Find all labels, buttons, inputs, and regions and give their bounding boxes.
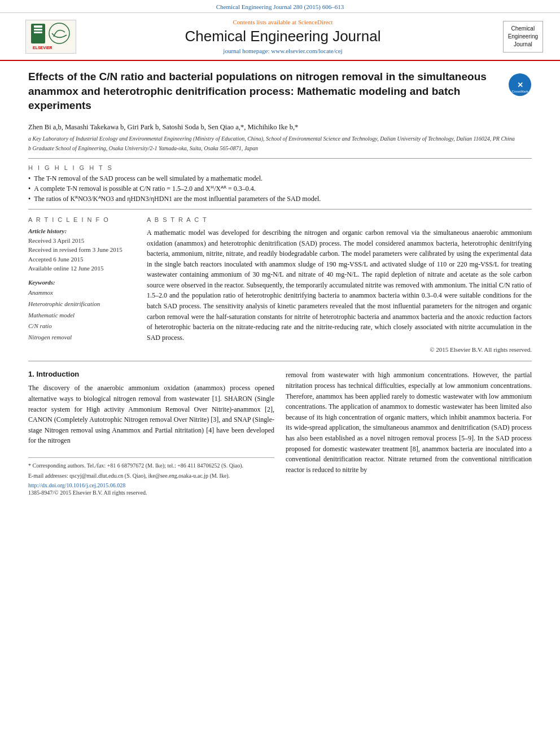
footnote-section: * Corresponding authors. Tel./fax: +81 6… (28, 457, 274, 497)
highlights-list: The T-N removal of the SAD process can b… (28, 174, 532, 203)
divider-3 (28, 361, 532, 361)
available-date: Available online 12 June 2015 (28, 264, 135, 273)
header-left: ELSEVIER (17, 20, 85, 54)
highlight-item-3: The ratios of KᴿNO3/KᴬNO3 and ηHDN3/ηHDN… (28, 195, 532, 203)
abstract-label: A B S T R A C T (147, 216, 532, 223)
two-col-section: A R T I C L E I N F O Article history: R… (28, 216, 532, 353)
divider-2 (28, 209, 532, 209)
affiliation-a: a Key Laboratory of Industrial Ecology a… (28, 135, 532, 143)
affiliation-b: b Graduate School of Engineering, Osaka … (28, 145, 532, 152)
body-paragraph-right: removal from wastewater with high ammoni… (286, 370, 532, 475)
svg-text:CrossMark: CrossMark (511, 90, 528, 93)
divider-1 (28, 158, 532, 159)
corresponding-footnote: * Corresponding authors. Tel./fax: +81 6… (28, 461, 274, 470)
keywords-label: Keywords: (28, 279, 135, 286)
svg-rect-2 (34, 25, 42, 28)
svg-rect-3 (34, 29, 42, 30)
history-label: Article history: (28, 228, 135, 234)
homepage-url[interactable]: www.elsevier.com/locate/cej (271, 47, 342, 54)
issn-line: 1385-8947/© 2015 Elsevier B.V. All right… (28, 488, 274, 497)
abstract-text: A mathematic model was developed for des… (147, 228, 532, 343)
revised-date: Received in revised form 3 June 2015 (28, 245, 135, 255)
highlight-item-2: A complete T-N removal is possible at C/… (28, 185, 532, 193)
svg-text:✕: ✕ (517, 81, 523, 89)
section-1-title: 1. Introduction (28, 370, 274, 378)
journal-badge: Chemical Engineering Journal (503, 21, 543, 53)
body-left: 1. Introduction The discovery of the ana… (28, 370, 274, 497)
article-title-block: Effects of the C/N ratio and bacterial p… (28, 69, 532, 119)
article-info-label: A R T I C L E I N F O (28, 216, 135, 223)
body-paragraph-1: The discovery of the anaerobic ammonium … (28, 383, 274, 446)
keywords-list: Anammox Heterotrophic denitrification Ma… (28, 287, 135, 343)
left-col: A R T I C L E I N F O Article history: R… (28, 216, 135, 353)
keyword-4: C/N ratio (28, 321, 135, 332)
received-date: Received 3 April 2015 (28, 236, 135, 246)
history-group: Article history: Received 3 April 2015 R… (28, 228, 135, 273)
journal-title: Chemical Engineering Journal (85, 28, 481, 45)
highlight-item-1: The T-N removal of the SAD process can b… (28, 174, 532, 183)
keyword-1: Anammox (28, 287, 135, 299)
highlights-section: H I G H L I G H T S The T-N removal of t… (28, 164, 532, 203)
keyword-2: Heterotrophic denitrification (28, 299, 135, 310)
journal-reference: Chemical Engineering Journal 280 (2015) … (216, 3, 344, 10)
logo-img: ELSEVIER (25, 20, 76, 54)
contents-line: Contents lists available at ScienceDirec… (85, 19, 481, 25)
highlights-label: H I G H L I G H T S (28, 164, 532, 171)
journal-homepage: journal homepage: www.elsevier.com/locat… (85, 47, 481, 54)
header-section: ELSEVIER Contents lists available at Sci… (0, 13, 560, 61)
doi-link[interactable]: http://dx.doi.org/10.1016/j.cej.2015.06.… (28, 482, 274, 488)
main-content: Effects of the C/N ratio and bacterial p… (0, 61, 560, 505)
email-footnote: E-mail addresses: qscyj@mail.dlut.edu.cn… (28, 471, 274, 480)
authors-line: Zhen Bi a,b, Masashi Takekawa b, Giri Pa… (28, 123, 532, 132)
top-bar: Chemical Engineering Journal 280 (2015) … (0, 0, 560, 13)
keyword-3: Mathematic model (28, 310, 135, 321)
header-right: Chemical Engineering Journal (481, 21, 543, 53)
body-right: removal from wastewater with high ammoni… (286, 370, 532, 497)
right-col: A B S T R A C T A mathematic model was d… (147, 216, 532, 353)
keywords-group: Keywords: Anammox Heterotrophic denitrif… (28, 279, 135, 343)
elsevier-logo: ELSEVIER (25, 20, 76, 54)
body-section: 1. Introduction The discovery of the ana… (28, 370, 532, 497)
header-center: Contents lists available at ScienceDirec… (85, 19, 481, 54)
svg-rect-4 (34, 32, 42, 33)
svg-text:ELSEVIER: ELSEVIER (33, 46, 53, 50)
sciencedirect-link[interactable]: ScienceDirect (298, 19, 333, 25)
article-title: Effects of the C/N ratio and bacterial p… (28, 69, 502, 113)
keyword-5: Nitrogen removal (28, 332, 135, 343)
accepted-date: Accepted 6 June 2015 (28, 255, 135, 264)
crossmark-badge: ✕ CrossMark (508, 73, 532, 97)
copyright-line: © 2015 Elsevier B.V. All rights reserved… (147, 346, 532, 353)
